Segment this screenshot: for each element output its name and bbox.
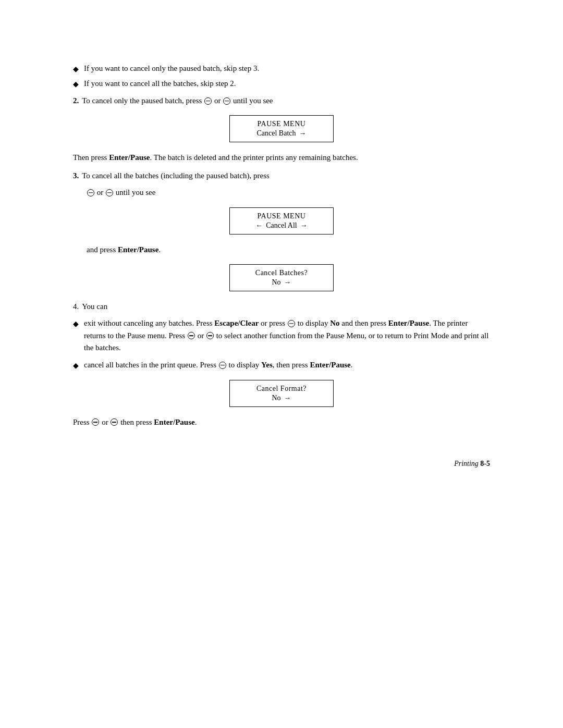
panel-3-container: Cancel Batches? No → xyxy=(73,264,490,291)
sub-bullet-1-text: exit without canceling any batches. Pres… xyxy=(84,317,490,354)
diamond-icon-1: ◆ xyxy=(73,64,79,75)
panel-2-container: PAUSE MENU ← Cancel All → xyxy=(73,207,490,235)
enter-pause-bold-1: Enter/Pause xyxy=(109,153,150,162)
panel-3-row: No → xyxy=(247,278,316,287)
step-4-number: 4. xyxy=(73,301,79,313)
bullet-text-2: If you want to cancel all the batches, s… xyxy=(84,78,236,90)
last-line: Press or then press Enter/Pause. xyxy=(73,416,490,428)
page-footer: Printing 8-5 xyxy=(73,460,490,468)
panel-2-row-text: Cancel All xyxy=(266,221,297,230)
step-3-line2: or until you see xyxy=(87,187,490,199)
bullet-item-2: ◆ If you want to cancel all the batches,… xyxy=(73,78,490,90)
diamond-icon-sub-2: ◆ xyxy=(73,360,79,372)
sub-bullet-list: ◆ exit without canceling any batches. Pr… xyxy=(73,317,490,371)
circle-minus-icon-3 xyxy=(87,189,94,196)
panel-2-row: ← Cancel All → xyxy=(247,221,316,230)
intro-bullet-list: ◆ If you want to cancel only the paused … xyxy=(73,63,490,90)
panel-3: Cancel Batches? No → xyxy=(229,264,334,291)
after-panel-1-text: Then press Enter/Pause. The batch is del… xyxy=(73,152,490,164)
step-3-text: To cancel all the batches (including the… xyxy=(82,170,270,182)
after-panel-2-text: and press Enter/Pause. xyxy=(87,244,490,256)
panel-4-container: Cancel Format? No → xyxy=(73,380,490,407)
enter-pause-bold-2: Enter/Pause xyxy=(118,245,158,254)
footer-text: Printing 8-5 xyxy=(454,460,490,468)
panel-1-row-text: Cancel Batch xyxy=(256,129,296,138)
circle-minus-icon-4 xyxy=(106,189,113,196)
bullet-item-1: ◆ If you want to cancel only the paused … xyxy=(73,63,490,75)
circle-minus-icon-6 xyxy=(188,332,195,339)
panel-3-title: Cancel Batches? xyxy=(247,269,316,277)
panel-4-arrow-right: → xyxy=(284,394,291,402)
step-3-line1: 3. To cancel all the batches (including … xyxy=(73,170,490,182)
step-4: 4. You can xyxy=(73,301,490,313)
step-2-text: To cancel only the paused batch, press o… xyxy=(82,95,273,107)
diamond-icon-sub-1: ◆ xyxy=(73,318,79,330)
no-bold-1: No xyxy=(330,319,339,327)
panel-4-row: No → xyxy=(247,394,316,402)
circle-minus-icon-1 xyxy=(204,97,212,105)
step-2: 2. To cancel only the paused batch, pres… xyxy=(73,95,490,107)
circle-minus-icon-9 xyxy=(92,418,99,426)
circle-minus-icon-8 xyxy=(219,362,226,369)
page-content: ◆ If you want to cancel only the paused … xyxy=(73,63,490,468)
yes-bold: Yes xyxy=(261,361,273,369)
step-3-number: 3. xyxy=(73,170,79,182)
footer-label: Printing xyxy=(454,460,479,467)
panel-2-arrow-right: → xyxy=(300,221,308,230)
enter-pause-bold-3: Enter/Pause xyxy=(388,319,429,327)
sub-bullet-2-text: cancel all batches in the print queue. P… xyxy=(84,359,352,371)
panel-1-arrow-right: → xyxy=(299,129,307,138)
step-4-text: You can xyxy=(82,301,107,313)
panel-1-title: PAUSE MENU xyxy=(247,120,316,128)
diamond-icon-2: ◆ xyxy=(73,79,79,90)
panel-3-arrow-right: → xyxy=(284,278,291,287)
sub-bullet-2: ◆ cancel all batches in the print queue.… xyxy=(73,359,490,372)
step-3: 3. To cancel all the batches (including … xyxy=(73,170,490,199)
circle-minus-icon-7 xyxy=(206,332,214,339)
panel-4-row-text: No xyxy=(272,394,280,402)
panel-2: PAUSE MENU ← Cancel All → xyxy=(229,207,334,235)
circle-minus-icon-10 xyxy=(111,418,118,426)
step-2-number: 2. xyxy=(73,95,79,107)
panel-2-title: PAUSE MENU xyxy=(247,212,316,220)
circle-minus-icon-2 xyxy=(223,97,230,105)
panel-4-title: Cancel Format? xyxy=(247,385,316,393)
enter-pause-bold-4: Enter/Pause xyxy=(310,361,350,369)
panel-2-arrow-left: ← xyxy=(255,221,263,230)
enter-pause-bold-5: Enter/Pause xyxy=(154,418,194,426)
panel-3-row-text: No xyxy=(272,278,280,287)
panel-1: PAUSE MENU Cancel Batch → xyxy=(229,115,334,142)
sub-bullet-1: ◆ exit without canceling any batches. Pr… xyxy=(73,317,490,354)
panel-1-container: PAUSE MENU Cancel Batch → xyxy=(73,115,490,142)
escape-clear-bold: Escape/Clear xyxy=(214,319,259,327)
circle-minus-icon-5 xyxy=(288,320,295,327)
panel-4: Cancel Format? No → xyxy=(229,380,334,407)
panel-1-row: Cancel Batch → xyxy=(247,129,316,138)
footer-page: 8-5 xyxy=(480,460,490,467)
bullet-text-1: If you want to cancel only the paused ba… xyxy=(84,63,259,75)
